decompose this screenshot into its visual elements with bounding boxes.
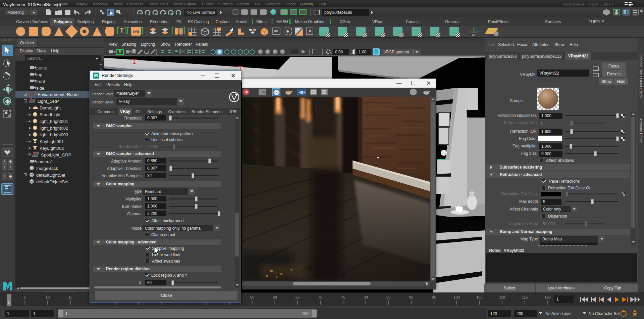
svg-text:85: 85: [386, 295, 390, 299]
svg-text:15: 15: [68, 295, 72, 299]
svg-text:60: 60: [273, 295, 277, 299]
svg-text:90: 90: [409, 295, 413, 299]
svg-text:115: 115: [522, 295, 528, 299]
svg-text:100: 100: [453, 295, 460, 299]
svg-text:75: 75: [341, 295, 345, 299]
svg-text:120: 120: [544, 295, 550, 299]
svg-text:70: 70: [318, 295, 322, 299]
svg-text:CP: CP: [472, 33, 477, 36]
svg-text:95: 95: [432, 295, 436, 299]
svg-text:110: 110: [499, 295, 505, 299]
svg-text:65: 65: [296, 295, 300, 299]
svg-text:10: 10: [46, 295, 50, 299]
svg-text:105: 105: [476, 295, 482, 299]
svg-text:80: 80: [364, 295, 368, 299]
svg-text:55: 55: [250, 295, 254, 299]
svg-text:5: 5: [24, 295, 26, 299]
